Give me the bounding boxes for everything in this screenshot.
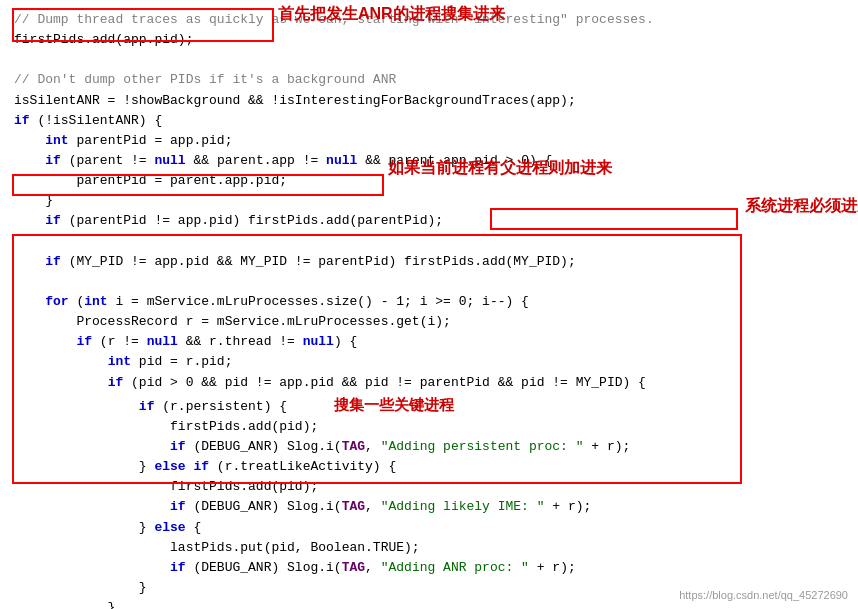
code-line-27: lastPids.put(pid, Boolean.TRUE); bbox=[14, 538, 844, 558]
code-block: // Dump thread traces as quickly as we c… bbox=[0, 0, 858, 609]
code-line-20: if (r.persistent) { 搜集一些关键进程 bbox=[14, 393, 844, 417]
code-line-5: isSilentANR = !showBackground && !isInte… bbox=[14, 91, 844, 111]
code-line-28: if (DEBUG_ANR) Slog.i(TAG, "Adding ANR p… bbox=[14, 558, 844, 578]
code-line-22: if (DEBUG_ANR) Slog.i(TAG, "Adding persi… bbox=[14, 437, 844, 457]
code-line-13: if (MY_PID != app.pid && MY_PID != paren… bbox=[14, 252, 844, 272]
code-line-17: if (r != null && r.thread != null) { bbox=[14, 332, 844, 352]
code-line-16: ProcessRecord r = mService.mLruProcesses… bbox=[14, 312, 844, 332]
code-line-10: } bbox=[14, 191, 844, 211]
code-line-2: firstPids.add(app.pid); bbox=[14, 30, 844, 50]
code-line-7: int parentPid = app.pid; bbox=[14, 131, 844, 151]
code-line-24: firstPids.add(pid); bbox=[14, 477, 844, 497]
code-line-1: // Dump thread traces as quickly as we c… bbox=[14, 10, 844, 30]
code-line-15: for (int i = mService.mLruProcesses.size… bbox=[14, 292, 844, 312]
code-line-11: if (parentPid != app.pid) firstPids.add(… bbox=[14, 211, 844, 231]
code-line-26: } else { bbox=[14, 518, 844, 538]
url-watermark: https://blog.csdn.net/qq_45272690 bbox=[679, 589, 848, 601]
code-line-21: firstPids.add(pid); bbox=[14, 417, 844, 437]
code-line-14 bbox=[14, 272, 844, 292]
code-line-18: int pid = r.pid; bbox=[14, 352, 844, 372]
code-line-23: } else if (r.treatLikeActivity) { bbox=[14, 457, 844, 477]
code-line-9: parentPid = parent.app.pid; bbox=[14, 171, 844, 191]
code-line-6: if (!isSilentANR) { bbox=[14, 111, 844, 131]
code-line-25: if (DEBUG_ANR) Slog.i(TAG, "Adding likel… bbox=[14, 497, 844, 517]
code-line-4: // Don't dump other PIDs if it's a backg… bbox=[14, 70, 844, 90]
code-line-3 bbox=[14, 50, 844, 70]
code-line-19: if (pid > 0 && pid != app.pid && pid != … bbox=[14, 373, 844, 393]
code-line-12 bbox=[14, 232, 844, 252]
code-line-8: if (parent != null && parent.app != null… bbox=[14, 151, 844, 171]
